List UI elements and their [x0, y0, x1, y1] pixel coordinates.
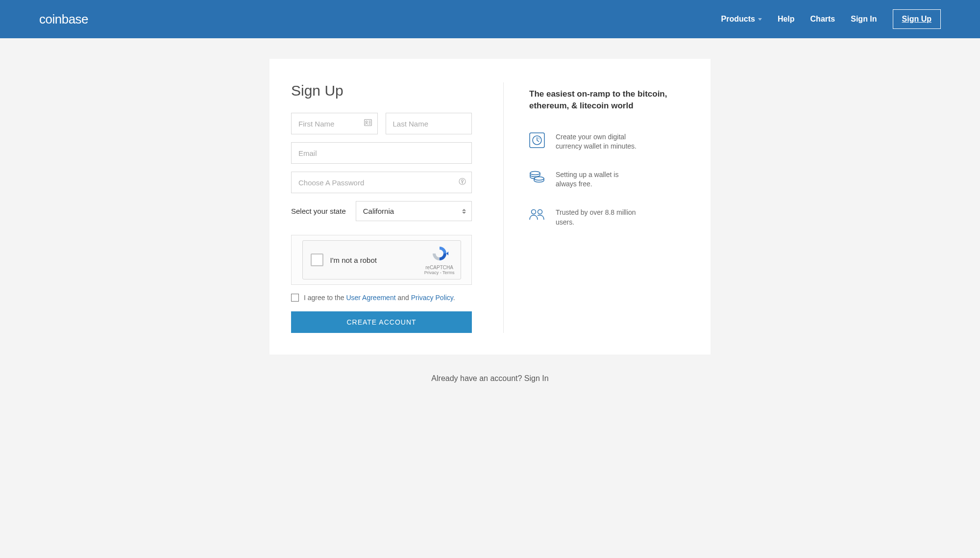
svg-point-11 [538, 209, 542, 214]
agree-checkbox[interactable] [291, 294, 299, 302]
users-icon [529, 208, 545, 223]
logo[interactable]: coinbase [39, 12, 88, 27]
feature-text: Trusted by over 8.8 million users. [556, 208, 639, 227]
feature-item: L Create your own digital currency walle… [529, 132, 687, 152]
chevron-down-icon [758, 18, 762, 21]
coins-icon [529, 170, 545, 186]
nav-signin[interactable]: Sign In [851, 15, 877, 24]
recaptcha-brand: reCAPTCHA [424, 265, 455, 270]
svg-point-1 [366, 121, 368, 123]
key-icon [459, 178, 466, 187]
nav-products[interactable]: Products [721, 15, 762, 24]
feature-text: Setting up a wallet is always free. [556, 170, 639, 189]
svg-point-10 [532, 209, 536, 214]
form-title: Sign Up [291, 82, 472, 99]
svg-marker-4 [446, 252, 448, 255]
feature-item: Trusted by over 8.8 million users. [529, 208, 687, 227]
recaptcha-container: I'm not a robot reCAPTCHA Privacy - Term… [291, 235, 472, 285]
agree-text: I agree to the User Agreement and Privac… [304, 294, 455, 302]
top-header: coinbase Products Help Charts Sign In Si… [0, 0, 980, 38]
info-title: The easiest on-ramp to the bitcoin, ethe… [529, 88, 687, 112]
nav-help[interactable]: Help [778, 15, 795, 24]
main-nav: Products Help Charts Sign In Sign Up [721, 9, 941, 29]
signup-form: Sign Up [270, 82, 503, 333]
password-input[interactable] [291, 172, 472, 193]
signup-card: Sign Up [270, 59, 710, 355]
recaptcha-logo-icon [431, 245, 448, 262]
nav-products-label: Products [721, 15, 755, 24]
feature-text: Create your own digital currency wallet … [556, 132, 639, 152]
nav-signup-button[interactable]: Sign Up [893, 9, 941, 29]
recaptcha-label: I'm not a robot [330, 256, 377, 264]
recaptcha-links[interactable]: Privacy - Terms [424, 270, 455, 275]
state-select[interactable]: California [356, 201, 472, 221]
svg-point-8 [530, 171, 540, 175]
svg-point-9 [534, 177, 544, 180]
nav-charts[interactable]: Charts [810, 15, 835, 24]
privacy-policy-link[interactable]: Privacy Policy [411, 294, 453, 302]
state-label: Select your state [291, 207, 346, 215]
user-agreement-link[interactable]: User Agreement [346, 294, 395, 302]
contact-card-icon [364, 119, 372, 128]
recaptcha[interactable]: I'm not a robot reCAPTCHA Privacy - Term… [302, 240, 461, 279]
email-input[interactable] [291, 142, 472, 164]
info-panel: The easiest on-ramp to the bitcoin, ethe… [503, 82, 710, 333]
last-name-input[interactable] [386, 113, 472, 134]
recaptcha-checkbox[interactable] [311, 254, 323, 266]
create-account-button[interactable]: CREATE ACCOUNT [291, 311, 472, 333]
signin-link[interactable]: Sign In [524, 374, 549, 382]
signin-prompt: Already have an account? Sign In [0, 374, 980, 383]
clock-icon: L [529, 132, 545, 150]
feature-item: Setting up a wallet is always free. [529, 170, 687, 189]
svg-point-3 [462, 179, 464, 181]
